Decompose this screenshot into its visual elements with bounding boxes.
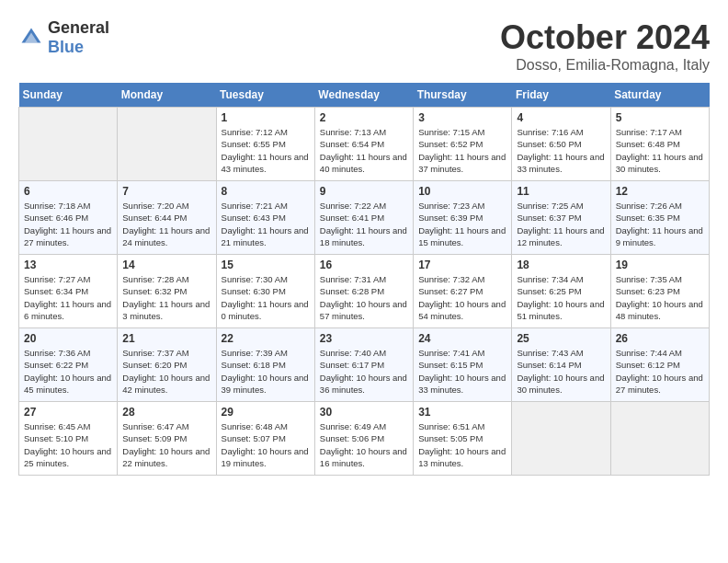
cell-info: Sunrise: 6:51 AMSunset: 5:05 PMDaylight:… [418, 420, 506, 469]
cell-info: Sunrise: 7:16 AMSunset: 6:50 PMDaylight:… [517, 126, 605, 175]
calendar-cell: 30Sunrise: 6:49 AMSunset: 5:06 PMDayligh… [314, 402, 413, 476]
calendar-cell: 13Sunrise: 7:27 AMSunset: 6:34 PMDayligh… [19, 255, 118, 328]
cell-info: Sunrise: 7:28 AMSunset: 6:32 PMDaylight:… [122, 273, 210, 322]
day-number: 13 [24, 259, 112, 271]
calendar-row: 6Sunrise: 7:18 AMSunset: 6:46 PMDaylight… [19, 181, 710, 255]
day-number: 12 [616, 185, 704, 198]
calendar-body: 1Sunrise: 7:12 AMSunset: 6:55 PMDaylight… [19, 108, 710, 476]
cell-info: Sunrise: 7:25 AMSunset: 6:37 PMDaylight:… [517, 200, 605, 248]
cell-info: Sunrise: 7:40 AMSunset: 6:17 PMDaylight:… [320, 347, 408, 396]
cell-info: Sunrise: 7:20 AMSunset: 6:44 PMDaylight:… [122, 200, 210, 248]
day-number: 31 [418, 406, 506, 419]
page-header: General Blue October 2024 Dosso, Emilia-… [18, 18, 710, 74]
calendar-cell: 10Sunrise: 7:23 AMSunset: 6:39 PMDayligh… [414, 181, 512, 255]
calendar-cell: 8Sunrise: 7:21 AMSunset: 6:43 PMDaylight… [216, 181, 314, 255]
day-number: 21 [122, 332, 210, 345]
weekday-header: Wednesday [314, 83, 413, 108]
logo-blue: Blue [48, 38, 84, 56]
calendar-cell: 5Sunrise: 7:17 AMSunset: 6:48 PMDaylight… [610, 108, 709, 181]
day-number: 28 [122, 406, 210, 419]
calendar-cell: 25Sunrise: 7:43 AMSunset: 6:14 PMDayligh… [512, 328, 610, 402]
logo-icon [18, 25, 44, 51]
day-number: 30 [320, 406, 408, 419]
calendar-cell: 20Sunrise: 7:36 AMSunset: 6:22 PMDayligh… [19, 328, 118, 402]
day-number: 7 [122, 185, 210, 198]
calendar-cell: 2Sunrise: 7:13 AMSunset: 6:54 PMDaylight… [314, 108, 413, 181]
calendar-cell: 29Sunrise: 6:48 AMSunset: 5:07 PMDayligh… [216, 402, 314, 476]
cell-info: Sunrise: 7:26 AMSunset: 6:35 PMDaylight:… [616, 200, 704, 248]
calendar-row: 1Sunrise: 7:12 AMSunset: 6:55 PMDaylight… [19, 108, 710, 181]
day-number: 20 [24, 332, 112, 345]
day-number: 24 [418, 332, 506, 345]
cell-info: Sunrise: 7:39 AMSunset: 6:18 PMDaylight:… [222, 347, 310, 396]
weekday-header: Saturday [610, 83, 709, 108]
day-number: 9 [320, 185, 408, 198]
calendar-cell: 19Sunrise: 7:35 AMSunset: 6:23 PMDayligh… [610, 255, 709, 328]
logo-general: General [48, 18, 109, 37]
cell-info: Sunrise: 6:45 AMSunset: 5:10 PMDaylight:… [24, 420, 112, 469]
day-number: 29 [222, 406, 310, 419]
calendar-row: 27Sunrise: 6:45 AMSunset: 5:10 PMDayligh… [19, 402, 710, 476]
weekday-header: Sunday [19, 83, 118, 108]
title-block: October 2024 Dosso, Emilia-Romagna, Ital… [500, 18, 710, 74]
day-number: 6 [24, 185, 112, 198]
day-number: 4 [517, 111, 605, 124]
cell-info: Sunrise: 7:17 AMSunset: 6:48 PMDaylight:… [616, 126, 704, 175]
calendar-row: 20Sunrise: 7:36 AMSunset: 6:22 PMDayligh… [19, 328, 710, 402]
calendar-cell: 12Sunrise: 7:26 AMSunset: 6:35 PMDayligh… [610, 181, 709, 255]
month-title: October 2024 [500, 18, 710, 57]
day-number: 22 [222, 332, 310, 345]
cell-info: Sunrise: 7:35 AMSunset: 6:23 PMDaylight:… [616, 273, 704, 322]
calendar-cell: 17Sunrise: 7:32 AMSunset: 6:27 PMDayligh… [414, 255, 512, 328]
weekday-header: Friday [512, 83, 610, 108]
calendar-cell: 6Sunrise: 7:18 AMSunset: 6:46 PMDaylight… [19, 181, 118, 255]
day-number: 11 [517, 185, 605, 198]
cell-info: Sunrise: 7:37 AMSunset: 6:20 PMDaylight:… [122, 347, 210, 396]
day-number: 15 [222, 259, 310, 271]
calendar-cell: 23Sunrise: 7:40 AMSunset: 6:17 PMDayligh… [314, 328, 413, 402]
calendar-cell [118, 108, 216, 181]
calendar-cell: 21Sunrise: 7:37 AMSunset: 6:20 PMDayligh… [118, 328, 216, 402]
calendar-cell: 4Sunrise: 7:16 AMSunset: 6:50 PMDaylight… [512, 108, 610, 181]
weekday-header: Tuesday [216, 83, 314, 108]
cell-info: Sunrise: 7:13 AMSunset: 6:54 PMDaylight:… [320, 126, 408, 175]
day-number: 25 [517, 332, 605, 345]
calendar-cell: 7Sunrise: 7:20 AMSunset: 6:44 PMDaylight… [118, 181, 216, 255]
day-number: 8 [222, 185, 310, 198]
calendar-cell: 24Sunrise: 7:41 AMSunset: 6:15 PMDayligh… [414, 328, 512, 402]
calendar-cell [610, 402, 709, 476]
day-number: 14 [122, 259, 210, 271]
cell-info: Sunrise: 7:22 AMSunset: 6:41 PMDaylight:… [320, 200, 408, 248]
day-number: 18 [517, 259, 605, 271]
calendar-cell: 1Sunrise: 7:12 AMSunset: 6:55 PMDaylight… [216, 108, 314, 181]
cell-info: Sunrise: 7:32 AMSunset: 6:27 PMDaylight:… [418, 273, 506, 322]
calendar-cell: 26Sunrise: 7:44 AMSunset: 6:12 PMDayligh… [610, 328, 709, 402]
cell-info: Sunrise: 7:30 AMSunset: 6:30 PMDaylight:… [222, 273, 310, 322]
calendar-cell: 16Sunrise: 7:31 AMSunset: 6:28 PMDayligh… [314, 255, 413, 328]
cell-info: Sunrise: 7:23 AMSunset: 6:39 PMDaylight:… [418, 200, 506, 248]
calendar-cell: 28Sunrise: 6:47 AMSunset: 5:09 PMDayligh… [118, 402, 216, 476]
calendar-cell [512, 402, 610, 476]
weekday-header: Monday [118, 83, 216, 108]
cell-info: Sunrise: 7:36 AMSunset: 6:22 PMDaylight:… [24, 347, 112, 396]
cell-info: Sunrise: 7:21 AMSunset: 6:43 PMDaylight:… [222, 200, 310, 248]
cell-info: Sunrise: 6:49 AMSunset: 5:06 PMDaylight:… [320, 420, 408, 469]
calendar-header-row: SundayMondayTuesdayWednesdayThursdayFrid… [19, 83, 710, 108]
calendar-cell: 22Sunrise: 7:39 AMSunset: 6:18 PMDayligh… [216, 328, 314, 402]
cell-info: Sunrise: 7:27 AMSunset: 6:34 PMDaylight:… [24, 273, 112, 322]
cell-info: Sunrise: 7:15 AMSunset: 6:52 PMDaylight:… [418, 126, 506, 175]
day-number: 19 [616, 259, 704, 271]
day-number: 27 [24, 406, 112, 419]
cell-info: Sunrise: 7:34 AMSunset: 6:25 PMDaylight:… [517, 273, 605, 322]
calendar-table: SundayMondayTuesdayWednesdayThursdayFrid… [18, 83, 710, 476]
calendar-cell: 15Sunrise: 7:30 AMSunset: 6:30 PMDayligh… [216, 255, 314, 328]
day-number: 1 [222, 111, 310, 124]
calendar-row: 13Sunrise: 7:27 AMSunset: 6:34 PMDayligh… [19, 255, 710, 328]
calendar-cell: 11Sunrise: 7:25 AMSunset: 6:37 PMDayligh… [512, 181, 610, 255]
cell-info: Sunrise: 7:41 AMSunset: 6:15 PMDaylight:… [418, 347, 506, 396]
day-number: 26 [616, 332, 704, 345]
day-number: 23 [320, 332, 408, 345]
weekday-header: Thursday [414, 83, 512, 108]
day-number: 2 [320, 111, 408, 124]
calendar-cell [19, 108, 118, 181]
